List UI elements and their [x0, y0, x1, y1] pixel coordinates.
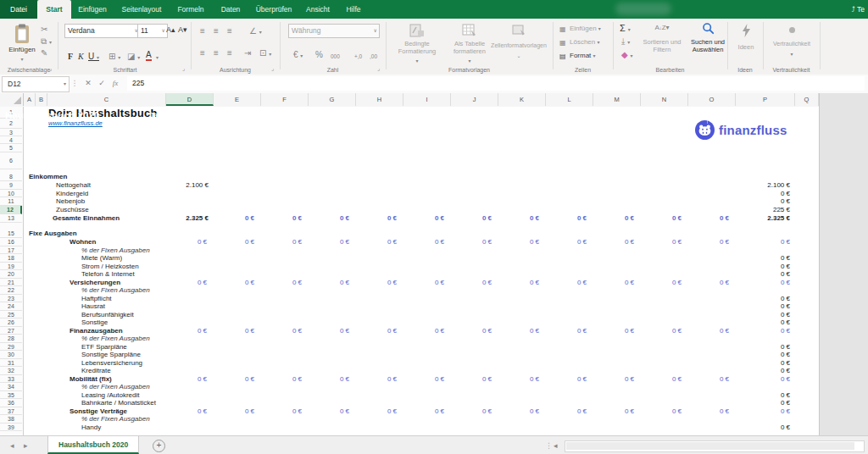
month-value[interactable]: 0 €: [403, 279, 444, 287]
row-header-35[interactable]: 35: [0, 391, 22, 400]
month-value[interactable]: 0 €: [498, 327, 539, 335]
month-total[interactable]: 0 €: [546, 214, 587, 223]
month-total[interactable]: 0 €: [214, 214, 254, 223]
expense-category-mobilität (fix)[interactable]: Mobilität (fix): [70, 375, 112, 384]
copy-icon[interactable]: ⧉ ▾: [41, 37, 52, 47]
column-header-P[interactable]: P: [736, 93, 795, 106]
row-header-34[interactable]: 34: [0, 383, 22, 391]
month-total[interactable]: 0 €: [498, 214, 539, 223]
total-value[interactable]: 0 €: [736, 351, 790, 359]
borders-icon[interactable]: ⊞ ▾: [108, 53, 120, 62]
january-total[interactable]: 2.325 €: [166, 214, 209, 223]
column-header-A[interactable]: A: [24, 93, 36, 106]
align-left-icon[interactable]: ≡: [200, 49, 205, 58]
font-color-arrow[interactable]: ▾: [156, 54, 159, 60]
month-value[interactable]: 0 €: [166, 327, 207, 335]
total-value[interactable]: 0 €: [736, 407, 790, 416]
align-bottom-icon[interactable]: ≡: [227, 27, 232, 36]
thousands-icon[interactable]: 000: [331, 53, 340, 61]
expense-item[interactable]: Sonstige: [81, 318, 108, 327]
ideas-button[interactable]: Ideen: [729, 24, 763, 41]
grand-total[interactable]: 2.325 €: [736, 214, 790, 223]
month-value[interactable]: 0 €: [166, 407, 207, 416]
row-header-27[interactable]: 27: [0, 327, 22, 335]
name-box[interactable]: D12▾: [2, 76, 70, 92]
row-header-15[interactable]: 15: [0, 230, 22, 238]
sort-filter-button[interactable]: A↓Z▾ Sortieren und Filtern: [637, 24, 687, 32]
row-header-9[interactable]: 9: [0, 181, 22, 190]
month-value[interactable]: 0 €: [546, 279, 587, 287]
row-header-28[interactable]: 28: [0, 335, 22, 343]
month-value[interactable]: 0 €: [309, 407, 349, 416]
conditional-formatting-button[interactable]: Bedingte Formatierung ▾: [392, 24, 442, 41]
total-value[interactable]: 0 €: [736, 311, 790, 319]
format-painter-icon[interactable]: ✎: [41, 49, 47, 58]
month-total[interactable]: 0 €: [641, 214, 682, 223]
expense-item[interactable]: Strom / Heizkosten: [81, 263, 139, 271]
row-header-33[interactable]: 33: [0, 375, 22, 384]
month-value[interactable]: 0 €: [546, 327, 587, 335]
delete-cells-button[interactable]: Löschen ▾: [570, 38, 600, 46]
month-value[interactable]: 0 €: [356, 375, 397, 384]
sheet-tab-haushaltsbuch[interactable]: Haushaltsbuch 2020: [47, 436, 139, 454]
month-total[interactable]: 0 €: [309, 214, 349, 223]
january-value[interactable]: 2.100 €: [166, 181, 209, 190]
expense-item[interactable]: Bahnkarte / Monatsticket: [81, 399, 156, 407]
cancel-entry-icon[interactable]: ✕: [81, 76, 95, 91]
row-header-17[interactable]: 17: [0, 246, 22, 255]
formula-input[interactable]: 225: [127, 76, 865, 91]
cell-styles-button[interactable]: Zellenformatvorlagen ⌄: [479, 24, 559, 41]
month-header-juli[interactable]: Juli: [423, 107, 470, 124]
row-header-12[interactable]: 12: [0, 206, 22, 214]
align-center-icon[interactable]: ≡: [214, 49, 219, 58]
expense-item[interactable]: ETF Sparpläne: [81, 343, 127, 352]
month-value[interactable]: 0 €: [356, 279, 397, 287]
insert-function-icon[interactable]: fx: [108, 76, 122, 91]
row-header-38[interactable]: 38: [0, 415, 22, 424]
total-value[interactable]: 225 €: [736, 206, 790, 214]
ribbon-tab-start[interactable]: Start: [37, 0, 71, 19]
hscroll-left-arrow[interactable]: ◂: [554, 436, 558, 454]
income-item-zuschuesse[interactable]: Zuschüsse: [56, 206, 89, 214]
ribbon-tab-überprüfen[interactable]: Überprüfen: [249, 0, 298, 19]
month-value[interactable]: 0 €: [309, 375, 349, 384]
table-title-cell[interactable]: Haushaltsbuch 2020: [0, 107, 138, 124]
ribbon-tab-formeln[interactable]: Formeln: [170, 0, 212, 19]
month-value[interactable]: 0 €: [593, 327, 634, 335]
income-total-label[interactable]: Gesamte Einnahmen: [53, 214, 120, 223]
row-header-36[interactable]: 36: [0, 399, 22, 407]
expense-item[interactable]: Lebensversicherung: [81, 359, 142, 368]
column-header-H[interactable]: H: [356, 93, 403, 106]
month-value[interactable]: 0 €: [688, 279, 729, 287]
month-value[interactable]: 0 €: [593, 238, 634, 246]
column-header-I[interactable]: I: [403, 93, 451, 106]
total-value[interactable]: 0 €: [736, 343, 790, 352]
month-value[interactable]: 0 €: [214, 375, 254, 384]
month-value[interactable]: 0 €: [593, 375, 634, 384]
month-header-august[interactable]: August: [470, 107, 518, 124]
month-value[interactable]: 0 €: [593, 279, 634, 287]
share-button[interactable]: ⤴ Te: [852, 0, 865, 19]
expense-category-versicherungen[interactable]: Versicherungen: [70, 279, 120, 287]
select-all-corner[interactable]: [0, 93, 24, 106]
row-header-39[interactable]: 39: [0, 424, 22, 432]
row-header-18[interactable]: 18: [0, 254, 22, 263]
month-header-februar[interactable]: Februar: [186, 107, 233, 124]
month-value[interactable]: 0 €: [593, 407, 634, 416]
insert-cells-icon[interactable]: ▦: [559, 25, 566, 34]
total-value[interactable]: 0 €: [736, 367, 790, 375]
expense-item[interactable]: Handy: [81, 424, 101, 432]
month-header-september[interactable]: September: [518, 107, 565, 124]
row-header-10[interactable]: 10: [0, 190, 22, 198]
fill-icon[interactable]: ⤓ ▾: [621, 37, 630, 47]
month-value[interactable]: 0 €: [403, 375, 444, 384]
month-value[interactable]: 0 €: [309, 327, 349, 335]
month-value[interactable]: 0 €: [214, 407, 254, 416]
total-value[interactable]: 0 €: [736, 399, 790, 407]
percent-of-fixed-label[interactable]: % der Fixen Ausgaben: [81, 335, 150, 343]
month-value[interactable]: 0 €: [546, 238, 587, 246]
month-value[interactable]: 0 €: [546, 407, 587, 416]
total-value[interactable]: 0 €: [736, 238, 790, 246]
month-value[interactable]: 0 €: [166, 375, 207, 384]
month-value[interactable]: 0 €: [214, 327, 254, 335]
